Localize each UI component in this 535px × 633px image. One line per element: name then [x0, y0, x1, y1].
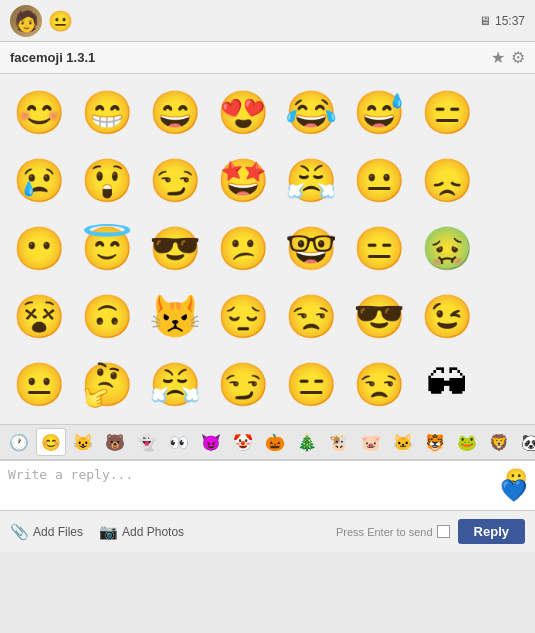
emoji-face-neutral: 😐: [353, 160, 405, 202]
emoji-face-nerd: 🤓: [285, 228, 337, 270]
avatar: 🧑: [10, 5, 42, 37]
category-tiger[interactable]: 🐯: [420, 428, 450, 456]
emoji-item[interactable]: 😇: [74, 216, 140, 282]
category-cow[interactable]: 🐮: [324, 428, 354, 456]
emoji-face-unamused2: 😒: [353, 364, 405, 406]
emoji-status-icon[interactable]: 😐: [48, 9, 73, 33]
category-frog[interactable]: 🐸: [452, 428, 482, 456]
emoji-item[interactable]: 😁: [74, 80, 140, 146]
emoji-item[interactable]: 😯: [6, 420, 72, 424]
emoji-item[interactable]: 😾: [142, 284, 208, 350]
emoji-item[interactable]: 😅: [346, 80, 412, 146]
emoji-item[interactable]: 😍: [210, 80, 276, 146]
emoji-item[interactable]: 😒: [278, 284, 344, 350]
emoji-face-smile: 😊: [13, 92, 65, 134]
emoji-item[interactable]: 🤢: [414, 216, 480, 282]
category-eyes[interactable]: 👀: [164, 428, 194, 456]
emoji-item[interactable]: 😏: [210, 352, 276, 418]
emoji-face-disappointed: 😞: [421, 160, 473, 202]
emoji-item[interactable]: 😕: [210, 216, 276, 282]
category-lion[interactable]: 🦁: [484, 428, 514, 456]
emoji-item[interactable]: 😬: [346, 420, 412, 424]
emoji-grid: 😊😁😄😍😂😅😑😢😲😏🤩😤😐😞😶😇😎😕🤓😑🤢😵🙃😾😔😒😎😉😐🤔😤😏😑😒🕶😯😟😌😑😳…: [0, 74, 535, 424]
category-pig[interactable]: 🐷: [356, 428, 386, 456]
emoji-item[interactable]: 😑: [414, 80, 480, 146]
emoji-face-blank: 😐: [13, 364, 65, 406]
emoji-item[interactable]: 😑: [346, 216, 412, 282]
category-ghost[interactable]: 👻: [132, 428, 162, 456]
emoji-item[interactable]: 😟: [74, 420, 140, 424]
emoji-item[interactable]: 😞: [414, 148, 480, 214]
emoji-item[interactable]: 😐: [6, 352, 72, 418]
bottom-left: 📎 Add Files 📷 Add Photos: [10, 523, 184, 541]
emoji-item[interactable]: 🤓: [278, 216, 344, 282]
emoji-item[interactable]: 🤔: [74, 352, 140, 418]
camera-icon: 📷: [99, 523, 118, 541]
category-cat-faces[interactable]: 😺: [68, 428, 98, 456]
emoji-face-star-struck: 🤩: [217, 160, 269, 202]
emoji-face-pensive: 😔: [217, 296, 269, 338]
category-recent[interactable]: 🕐: [4, 428, 34, 456]
settings-icon[interactable]: ⚙: [511, 48, 525, 67]
emoji-item[interactable]: 😵: [414, 420, 480, 424]
category-cat[interactable]: 🐱: [388, 428, 418, 456]
top-bar-time: 🖥 15:37: [479, 14, 525, 28]
emoji-panel-header: facemoji 1.3.1 ★ ⚙: [0, 42, 535, 74]
category-faces[interactable]: 😊: [36, 428, 66, 456]
category-animals[interactable]: 🐻: [100, 428, 130, 456]
emoji-item[interactable]: 😤: [142, 352, 208, 418]
emoji-face-shades: 🕶: [426, 364, 468, 406]
emoji-item[interactable]: 😊: [6, 80, 72, 146]
time-display: 15:37: [495, 14, 525, 28]
emoji-face-heart-eyes: 😍: [217, 92, 269, 134]
emoji-item[interactable]: 😄: [142, 80, 208, 146]
add-files-label: Add Files: [33, 525, 83, 539]
emoji-item[interactable]: 😉: [414, 284, 480, 350]
star-icon[interactable]: ★: [491, 48, 505, 67]
emoji-face-nauseated: 🤢: [421, 228, 473, 270]
paperclip-icon: 📎: [10, 523, 29, 541]
emoji-item[interactable]: 😐: [346, 148, 412, 214]
emoji-item[interactable]: 😂: [278, 80, 344, 146]
emoji-item[interactable]: 😲: [74, 148, 140, 214]
emoji-item[interactable]: 😑: [210, 420, 276, 424]
emoji-item[interactable]: 😶: [6, 216, 72, 282]
press-enter-checkbox[interactable]: [437, 525, 450, 538]
category-christmas[interactable]: 🎄: [292, 428, 322, 456]
emoji-face-expressionless: 😑: [421, 92, 473, 134]
emoji-item[interactable]: 😳: [278, 420, 344, 424]
send-icon-area: 💙: [500, 478, 527, 504]
reply-input[interactable]: [8, 467, 527, 503]
add-files-button[interactable]: 📎 Add Files: [10, 523, 83, 541]
bottom-toolbar: 📎 Add Files 📷 Add Photos Press Enter to …: [0, 510, 535, 552]
emoji-item[interactable]: 😌: [142, 420, 208, 424]
press-enter-label: Press Enter to send: [336, 525, 450, 538]
emoji-item[interactable]: 😎: [346, 284, 412, 350]
send-heart-icon[interactable]: 💙: [500, 478, 527, 504]
emoji-face-triumph: 😤: [285, 160, 337, 202]
emoji-item[interactable]: 😒: [346, 352, 412, 418]
emoji-item[interactable]: 🤩: [210, 148, 276, 214]
reply-button[interactable]: Reply: [458, 519, 525, 544]
emoji-item[interactable]: 😤: [278, 148, 344, 214]
category-clown[interactable]: 🤡: [228, 428, 258, 456]
category-panda[interactable]: 🐼: [516, 428, 535, 456]
emoji-item[interactable]: 😎: [142, 216, 208, 282]
emoji-face-innocent: 😇: [81, 228, 133, 270]
emoji-item[interactable]: 😔: [210, 284, 276, 350]
emoji-item[interactable]: 😵: [6, 284, 72, 350]
emoji-item[interactable]: 😏: [142, 148, 208, 214]
category-pumpkin[interactable]: 🎃: [260, 428, 290, 456]
top-bar-left: 🧑 😐: [10, 5, 73, 37]
emoji-item[interactable]: 🕶: [414, 352, 480, 418]
add-photos-button[interactable]: 📷 Add Photos: [99, 523, 184, 541]
emoji-face-sunglasses: 😎: [149, 228, 201, 270]
emoji-face-dizzy: 😵: [13, 296, 65, 338]
emoji-face-upside-down: 🙃: [81, 296, 133, 338]
emoji-item[interactable]: 😑: [278, 352, 344, 418]
emoji-face-smirk: 😏: [149, 160, 201, 202]
category-devil[interactable]: 😈: [196, 428, 226, 456]
emoji-item[interactable]: 😢: [6, 148, 72, 214]
emoji-item[interactable]: 🙃: [74, 284, 140, 350]
category-bar: 🕐😊😺🐻👻👀😈🤡🎃🎄🐮🐷🐱🐯🐸🦁🐼: [0, 424, 535, 460]
